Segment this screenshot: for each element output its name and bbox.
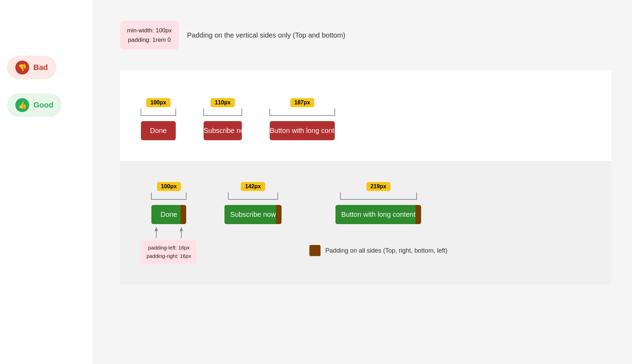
good-label: Good [33, 101, 53, 110]
top-description: min-width: 100px padding: 1rem 0 Padding… [120, 21, 611, 49]
good-done-bracket-svg [151, 192, 186, 203]
bad-subscribe-button[interactable]: Subscribe now [204, 121, 242, 140]
legend-color-box [309, 245, 321, 256]
bad-badge: 👎 Bad [7, 56, 56, 79]
good-button-long-annotated: 219px Button with long content [309, 182, 448, 224]
padding-right-indicator [181, 205, 186, 224]
good-bottom-row: 100px Done [141, 182, 597, 264]
svg-marker-1 [155, 227, 158, 231]
arrow-left [153, 227, 160, 238]
bad-done-button[interactable]: Done [141, 121, 176, 140]
good-done-wrapper: Done [151, 205, 186, 224]
good-long-button[interactable]: Button with long content [335, 205, 421, 224]
good-subscribe-bracket-svg [228, 192, 278, 203]
bad-long-button[interactable]: Button with long content [270, 121, 335, 140]
padding-right-indicator-2 [276, 205, 282, 224]
good-button-done-annotated: 100px Done [151, 182, 186, 224]
main-content: min-width: 100px padding: 1rem 0 Padding… [92, 0, 632, 364]
bad-label: Bad [33, 63, 48, 72]
sidebar: 👎 Bad 👍 Good [0, 0, 92, 364]
good-long-width: 219px [366, 182, 390, 191]
good-section: 100px Done [120, 161, 611, 285]
bad-section: 100px Done 110px Subscribe now [120, 70, 611, 161]
good-badge: 👍 Good [7, 93, 62, 117]
bad-done-width: 100px [146, 98, 170, 107]
good-annotation-box: padding-left: 16px padding-right: 16px [141, 240, 197, 264]
bad-long-bracket-svg [270, 109, 335, 119]
good-subscribe-button[interactable]: Subscribe now [224, 205, 281, 224]
arrow-right [178, 227, 185, 238]
bad-long-width: 187px [290, 98, 314, 107]
good-long-group: 219px Button with long content Padding o [309, 182, 448, 256]
code-box: min-width: 100px padding: 1rem 0 [120, 21, 179, 49]
good-done-bracket: 100px [151, 182, 186, 203]
good-long-bracket: 219px [340, 182, 417, 203]
good-annotation-area: padding-left: 16px padding-right: 16px [141, 227, 197, 264]
good-icon: 👍 [15, 98, 29, 112]
good-subscribe-bracket: 142px [228, 182, 278, 203]
bad-subscribe-bracket: 110px [204, 98, 242, 119]
arrows-row [153, 227, 185, 238]
bad-button-long-annotated: 187px Button with long content [270, 98, 335, 140]
good-long-bracket-svg [340, 192, 417, 203]
svg-marker-3 [180, 227, 183, 231]
good-subscribe-width: 142px [241, 182, 265, 191]
bad-long-bracket: 187px [270, 98, 335, 119]
bad-button-subscribe-annotated: 110px Subscribe now [204, 98, 242, 140]
good-button-subscribe-annotated: 142px Subscribe now [224, 182, 281, 224]
padding-right-indicator-3 [416, 205, 421, 224]
bad-subscribe-width: 110px [211, 98, 235, 107]
bad-icon: 👎 [15, 61, 29, 74]
bad-buttons-row: 100px Done 110px Subscribe now [141, 98, 597, 140]
good-done-width: 100px [157, 182, 181, 191]
bad-done-bracket: 100px [141, 98, 176, 119]
good-long-wrapper: Button with long content [335, 205, 421, 224]
description-text: Padding on the vertical sides only (Top … [187, 31, 346, 39]
legend-text: Padding on all sides (Top, right, bottom… [325, 247, 448, 254]
bad-subscribe-bracket-svg [204, 109, 242, 119]
bad-done-bracket-svg [141, 109, 176, 119]
good-subscribe-wrapper: Subscribe now [224, 205, 281, 224]
good-done-group: 100px Done [141, 182, 197, 264]
bad-button-done-annotated: 100px Done [141, 98, 176, 140]
legend: Padding on all sides (Top, right, bottom… [309, 245, 448, 256]
